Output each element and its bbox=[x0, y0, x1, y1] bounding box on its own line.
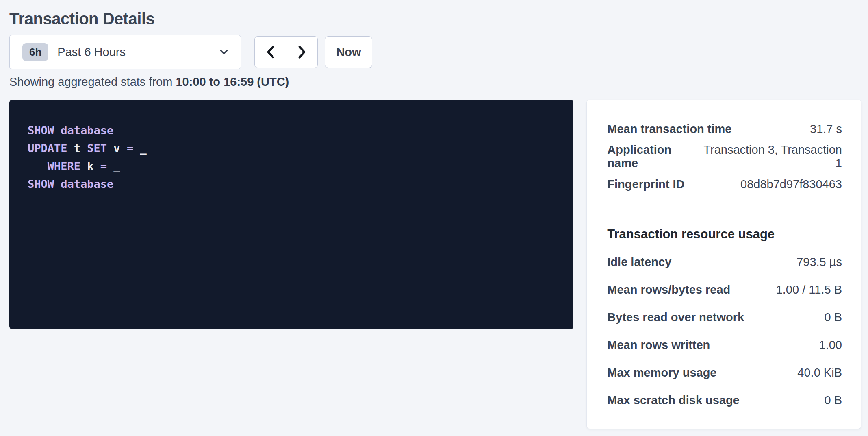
sql-line: WHERE k = _ bbox=[28, 157, 557, 175]
stat-value: 31.7 s bbox=[810, 122, 842, 136]
stat-row: Bytes read over network0 B bbox=[607, 303, 842, 331]
stat-row: Fingerprint ID08d8b7d97f830463 bbox=[607, 170, 842, 198]
prev-time-button[interactable] bbox=[255, 37, 286, 68]
stat-row: Application nameTransaction 3, Transacti… bbox=[607, 143, 842, 170]
sql-text: _ bbox=[133, 142, 147, 155]
sql-keyword: database bbox=[61, 178, 113, 190]
stat-value: 08d8b7d97f830463 bbox=[740, 178, 842, 191]
stat-value: Transaction 3, Transaction 1 bbox=[701, 143, 842, 170]
sql-text: v bbox=[107, 142, 127, 155]
stat-label: Max scratch disk usage bbox=[607, 394, 740, 407]
chevron-down-icon bbox=[219, 49, 228, 55]
stat-label: Max memory usage bbox=[607, 366, 716, 379]
sql-statement-box: SHOW databaseUPDATE t SET v = _ WHERE k … bbox=[9, 100, 573, 329]
stat-row: Mean rows written1.00 bbox=[607, 331, 842, 359]
sql-line: SHOW database bbox=[28, 175, 557, 193]
time-range-select[interactable]: 6h Past 6 Hours bbox=[9, 35, 241, 69]
stat-row: Max scratch disk usage0 B bbox=[607, 386, 842, 414]
now-button[interactable]: Now bbox=[325, 36, 372, 68]
stat-label: Mean rows/bytes read bbox=[607, 283, 730, 296]
stat-row: Mean rows/bytes read1.00 / 11.5 B bbox=[607, 276, 842, 303]
stat-value: 40.0 KiB bbox=[797, 366, 842, 379]
stat-label: Application name bbox=[607, 143, 701, 170]
caption-prefix: Showing aggregated stats from bbox=[9, 75, 176, 88]
sql-keyword: SHOW bbox=[28, 124, 54, 137]
time-range-label: Past 6 Hours bbox=[57, 46, 126, 59]
sql-text bbox=[28, 160, 48, 172]
chevron-left-icon bbox=[265, 45, 276, 59]
stat-label: Mean rows written bbox=[607, 338, 710, 352]
sql-keyword: = bbox=[127, 142, 133, 155]
sql-keyword: = bbox=[100, 160, 107, 172]
sql-keyword: SHOW bbox=[28, 178, 54, 190]
aggregation-caption: Showing aggregated stats from 10:00 to 1… bbox=[9, 75, 861, 89]
sql-line: UPDATE t SET v = _ bbox=[28, 140, 557, 157]
transaction-stats-panel: Mean transaction time31.7 sApplication n… bbox=[586, 100, 861, 429]
time-toolbar: 6h Past 6 Hours Now bbox=[9, 35, 861, 69]
stat-row: Mean transaction time31.7 s bbox=[607, 115, 842, 143]
transaction-details-page: Transaction Details 6h Past 6 Hours Now … bbox=[0, 0, 868, 429]
section-heading: Transaction resource usage bbox=[607, 209, 842, 243]
sql-text bbox=[54, 124, 61, 137]
caption-range: 10:00 to 16:59 (UTC) bbox=[176, 75, 289, 88]
chevron-right-icon bbox=[297, 45, 307, 59]
stat-value: 1.00 bbox=[819, 338, 842, 352]
stat-value: 1.00 / 11.5 B bbox=[776, 283, 842, 296]
stat-value: 0 B bbox=[824, 394, 842, 407]
sql-text: k bbox=[80, 160, 100, 172]
stat-label: Bytes read over network bbox=[607, 311, 744, 324]
stat-label: Mean transaction time bbox=[607, 122, 731, 136]
time-range-badge: 6h bbox=[22, 43, 48, 61]
stat-value: 0 B bbox=[824, 311, 842, 324]
sql-text: _ bbox=[107, 160, 120, 172]
stat-row: Max memory usage40.0 KiB bbox=[607, 359, 842, 386]
next-time-button[interactable] bbox=[286, 37, 317, 68]
stat-row: Idle latency793.5 µs bbox=[607, 248, 842, 276]
main-content: SHOW databaseUPDATE t SET v = _ WHERE k … bbox=[9, 100, 861, 429]
stat-label: Fingerprint ID bbox=[607, 178, 684, 191]
page-title: Transaction Details bbox=[9, 9, 861, 28]
sql-keyword: SET bbox=[87, 142, 107, 155]
stat-label: Idle latency bbox=[607, 255, 671, 269]
sql-text bbox=[54, 178, 61, 190]
stat-value: 793.5 µs bbox=[796, 255, 842, 269]
sql-keyword: database bbox=[61, 124, 113, 137]
sql-keyword: UPDATE bbox=[28, 142, 67, 155]
sql-line: SHOW database bbox=[28, 122, 557, 140]
sql-text: t bbox=[67, 142, 87, 155]
sql-keyword: WHERE bbox=[48, 160, 80, 172]
time-pager bbox=[254, 36, 318, 68]
